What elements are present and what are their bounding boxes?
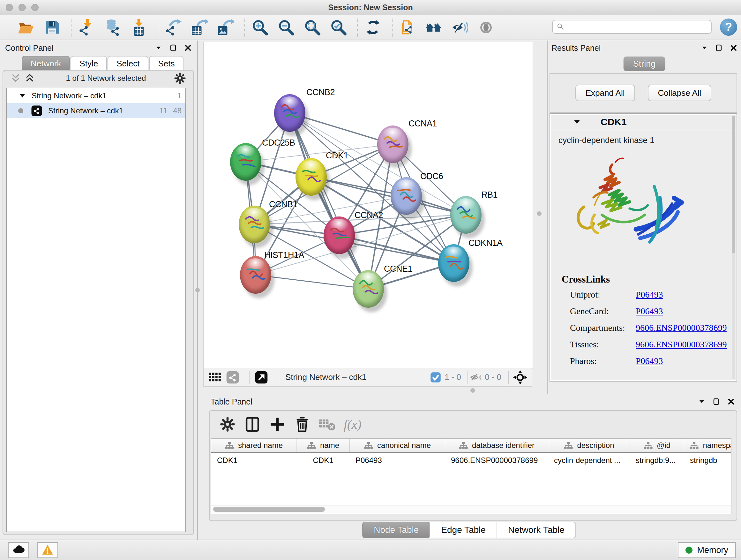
panel-menu-icon[interactable] [154, 44, 163, 52]
tab-node-table[interactable]: Node Table [362, 522, 430, 538]
network-overview-icon[interactable] [226, 371, 239, 384]
column-header-shared-name[interactable]: shared name [211, 439, 296, 452]
open-session-button[interactable] [17, 18, 35, 37]
tab-select[interactable]: Select [108, 56, 148, 71]
network-node-CCNA1[interactable] [377, 125, 408, 163]
panel-menu-icon[interactable] [700, 44, 709, 52]
collapse-card-icon[interactable] [573, 118, 581, 126]
import-network-button[interactable] [77, 18, 96, 37]
first-neighbors-button[interactable] [424, 18, 443, 37]
node-label-HIST1H1A: HIST1H1A [264, 250, 304, 260]
bottom-splitter-handle[interactable] [470, 388, 475, 393]
network-node-CCNE1[interactable] [353, 270, 384, 308]
warnings-button[interactable] [37, 542, 58, 558]
network-node-CDC6[interactable] [391, 177, 422, 215]
edge-CCNE1-HIST1H1A[interactable] [256, 275, 368, 289]
crosslink-value-link[interactable]: P06493 [636, 290, 663, 300]
collection-expand-icon[interactable] [19, 92, 26, 99]
help-button[interactable]: ? [720, 18, 737, 36]
network-node-CDC25B[interactable] [230, 143, 261, 181]
memory-button[interactable]: Memory [678, 542, 736, 558]
network-node-CCNA2[interactable] [324, 216, 355, 254]
network-canvas[interactable]: CCNB2CCNA1CDC25BCDK1CDC6RB1CCNB1CCNA2CDK… [203, 42, 533, 369]
import-table-button[interactable] [130, 18, 148, 37]
refresh-button[interactable] [364, 18, 382, 37]
clone-network-button[interactable] [398, 18, 417, 37]
network-node-CCNB1[interactable] [239, 206, 270, 243]
expand-all-button[interactable]: Expand All [576, 84, 635, 101]
column-type-icon [643, 441, 653, 450]
grid-view-icon[interactable] [208, 371, 221, 384]
birdseye-icon[interactable] [513, 370, 528, 385]
crosslink-value-link[interactable]: P06493 [636, 356, 663, 366]
hide-details-button[interactable] [451, 18, 469, 37]
network-tree: String Network – cdk1 1 String Network –… [6, 88, 186, 532]
zoom-selected-button[interactable] [329, 18, 348, 37]
crosslink-value-link[interactable]: 9606.ENSP00000378699 [636, 339, 727, 350]
detach-view-icon[interactable] [255, 371, 268, 384]
table-options-gear-icon[interactable] [219, 416, 236, 433]
search-input[interactable] [552, 20, 712, 34]
float-panel-icon[interactable] [715, 44, 723, 52]
column-header-namespace[interactable]: namespace [684, 439, 731, 452]
column-header-canonical-name[interactable]: canonical name [350, 439, 445, 452]
table-row[interactable]: CDK1CDK1P064939606.ENSP00000378699cyclin… [211, 453, 731, 468]
column-header-database-identifier[interactable]: database identifier [445, 439, 548, 452]
tab-style[interactable]: Style [71, 56, 107, 71]
float-panel-icon[interactable] [169, 44, 178, 52]
network-node-CDKN1A[interactable] [438, 244, 469, 282]
network-node-RB1[interactable] [450, 196, 482, 234]
add-column-icon[interactable] [269, 416, 286, 433]
column-header-description[interactable]: description [548, 439, 630, 452]
tab-string[interactable]: String [623, 57, 665, 71]
export-image-button[interactable] [216, 18, 235, 37]
network-node-CCNB2[interactable] [274, 94, 306, 132]
crosslink-label: Tissues: [570, 339, 636, 350]
export-table-button[interactable] [190, 18, 209, 37]
expand-all-icon[interactable] [24, 73, 35, 84]
hidden-eye-icon[interactable] [470, 372, 482, 383]
tab-sets[interactable]: Sets [149, 56, 184, 71]
network-collection-row[interactable]: String Network – cdk1 1 [7, 88, 185, 103]
edge-CCNB2-CCNE1[interactable] [290, 113, 368, 289]
expand-collapse-bar: Expand All Collapse All [549, 73, 737, 113]
import-database-button[interactable] [104, 18, 122, 37]
close-panel-icon[interactable] [184, 44, 192, 52]
protein-structure-image [564, 149, 692, 268]
network-options-gear-icon[interactable] [174, 72, 186, 84]
right-splitter-handle[interactable] [537, 211, 542, 216]
collapse-all-icon[interactable] [10, 73, 21, 84]
left-splitter-handle[interactable] [195, 288, 200, 293]
show-columns-icon[interactable] [244, 416, 261, 433]
tab-edge-table[interactable]: Edge Table [429, 522, 497, 538]
network-node-HIST1H1A[interactable] [240, 256, 271, 294]
crosslink-value-link[interactable]: P06493 [636, 306, 663, 316]
tab-network[interactable]: Network [22, 56, 70, 71]
column-header-name[interactable]: name [296, 439, 350, 452]
zoom-in-button[interactable] [251, 18, 269, 37]
network-row[interactable]: String Network – cdk1 11 48 [7, 103, 185, 118]
close-panel-icon[interactable] [730, 44, 738, 52]
delete-column-icon[interactable] [294, 416, 311, 433]
show-graphics-button[interactable] [477, 18, 495, 37]
protein-card-header[interactable]: CDK1 [550, 114, 737, 130]
cloud-tasks-button[interactable] [8, 542, 29, 558]
float-panel-icon[interactable] [712, 397, 721, 406]
network-node-CDK1[interactable] [295, 158, 327, 196]
table-horizontal-scrollbar[interactable] [211, 505, 731, 514]
save-session-button[interactable] [43, 18, 61, 37]
node-label-CDKN1A: CDKN1A [468, 238, 502, 248]
panel-menu-icon[interactable] [697, 397, 706, 406]
export-network-button[interactable] [164, 18, 183, 37]
column-header-@id[interactable]: @id [630, 439, 684, 452]
close-panel-icon[interactable] [727, 397, 735, 406]
zoom-fit-button[interactable] [303, 18, 322, 37]
results-scrollbar[interactable] [732, 116, 735, 379]
crosslink-value-link[interactable]: 9606.ENSP00000378699 [636, 323, 727, 333]
network-list-panel: 1 of 1 Network selected String Network –… [3, 70, 194, 535]
hide-details-icon [452, 19, 468, 36]
selected-checkbox-icon[interactable] [430, 372, 441, 383]
tab-network-table[interactable]: Network Table [496, 522, 576, 538]
zoom-out-button[interactable] [277, 18, 295, 37]
collapse-all-button[interactable]: Collapse All [648, 84, 712, 101]
